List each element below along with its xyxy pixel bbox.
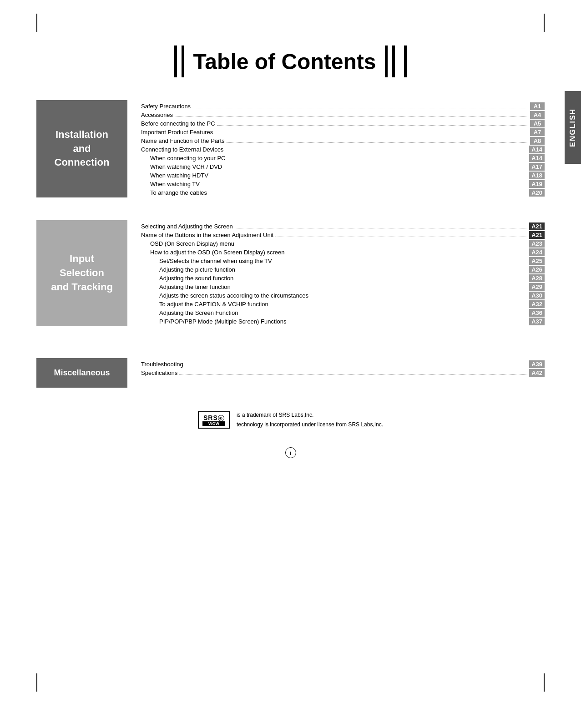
toc-row: Adjusts the screen status according to t… — [141, 292, 545, 299]
toc-text: Troubleshooting — [141, 361, 183, 368]
toc-row: OSD (On Screen Display) menu A23 — [141, 240, 545, 248]
srs-circle: ® — [218, 415, 224, 421]
toc-text: Name and Function of the Parts — [141, 137, 225, 144]
toc-page: A28 — [529, 274, 545, 282]
toc-text: Name of the Buttons in the screen Adjust… — [141, 232, 273, 238]
toc-text: Adjusts the screen status according to t… — [141, 292, 308, 299]
title-bar-left-bar1 — [174, 46, 177, 77]
toc-dots — [192, 108, 528, 108]
title-bar-right — [385, 46, 395, 77]
toc-page: A36 — [529, 309, 545, 317]
toc-text: When connecting to your PC — [141, 155, 225, 162]
corner-mark-tr-v — [544, 14, 545, 32]
section-label-miscellaneous: Miscellaneous — [36, 358, 127, 388]
toc-page: A25 — [529, 257, 545, 265]
title-bar-left — [174, 46, 184, 77]
toc-page: A1 — [530, 102, 545, 110]
toc-text: Selecting and Adjusting the Screen — [141, 223, 233, 230]
trademark-line1: is a trademark of SRS Labs,Inc. — [237, 410, 383, 420]
section-input: InputSelectionand Tracking Selecting and… — [36, 220, 545, 326]
toc-page: A21 — [529, 231, 545, 239]
toc-dots — [179, 374, 527, 375]
toc-row: Set/Selects the channel when using the T… — [141, 257, 545, 265]
corner-mark-tl-v — [36, 14, 37, 32]
toc-text: When watching HDTV — [141, 172, 208, 179]
toc-row: To arrange the cables A20 — [141, 189, 545, 197]
toc-row: When watching VCR / DVD A17 — [141, 163, 545, 171]
content-area: InstallationandConnection Safety Precaut… — [36, 100, 545, 458]
toc-page: A14 — [529, 146, 545, 153]
toc-row: When connecting to your PC A14 — [141, 154, 545, 162]
toc-dots — [175, 116, 528, 117]
toc-text: Adjusting the picture function — [141, 266, 235, 273]
toc-page: A21 — [529, 222, 545, 230]
toc-text: PIP/POP/PBP Mode (Multiple Screen) Funct… — [141, 318, 286, 325]
toc-dots — [217, 125, 528, 126]
toc-row: Important Product Features A7 — [141, 128, 545, 136]
toc-row: Safety Precautions A1 — [141, 102, 545, 110]
srs-logo: SRS® WOW — [198, 411, 230, 429]
section-installation: InstallationandConnection Safety Precaut… — [36, 100, 545, 197]
toc-page: A5 — [530, 120, 545, 127]
toc-page: A8 — [530, 137, 545, 145]
toc-text: Accessories — [141, 111, 173, 118]
corner-mark-bl-v — [36, 673, 37, 692]
toc-page: A32 — [529, 300, 545, 308]
section-items-miscellaneous: Troubleshooting A39 Specifications A42 — [141, 358, 545, 388]
page-number-section: i — [36, 447, 545, 458]
srs-logo-bottom: WOW — [202, 421, 225, 426]
toc-page: A24 — [529, 248, 545, 256]
srs-logo-top: SRS® — [203, 414, 224, 421]
trademark-line2: technology is incorporated under license… — [237, 420, 383, 429]
section-label-installation: InstallationandConnection — [36, 100, 127, 197]
page: ENGLISH Table of Contents Installationan… — [0, 0, 581, 728]
toc-row: Name of the Buttons in the screen Adjust… — [141, 231, 545, 239]
toc-text: To arrange the cables — [141, 189, 207, 196]
toc-page: A7 — [530, 128, 545, 136]
toc-text: To adjust the CAPTION & VCHIP function — [141, 301, 268, 308]
toc-row: Specifications A42 — [141, 369, 545, 377]
toc-dots — [275, 237, 527, 237]
toc-row: Adjusting the timer function A29 — [141, 283, 545, 291]
toc-row: To adjust the CAPTION & VCHIP function A… — [141, 300, 545, 308]
toc-row: Adjusting the picture function A26 — [141, 266, 545, 273]
toc-page: A42 — [529, 369, 545, 377]
toc-page: A37 — [529, 318, 545, 325]
trademark-text: is a trademark of SRS Labs,Inc. technolo… — [237, 410, 383, 429]
toc-text: When watching TV — [141, 181, 200, 187]
toc-page: A18 — [529, 172, 545, 179]
toc-row: PIP/POP/PBP Mode (Multiple Screen) Funct… — [141, 318, 545, 325]
toc-text: Before connecting to the PC — [141, 120, 215, 127]
toc-text: When watching VCR / DVD — [141, 163, 222, 170]
toc-page: A20 — [529, 189, 545, 197]
toc-row: Selecting and Adjusting the Screen A21 — [141, 222, 545, 230]
toc-text: Connecting to External Devices — [141, 146, 223, 153]
toc-text: Adjusting the Screen Function — [141, 309, 238, 316]
toc-text: Set/Selects the channel when using the T… — [141, 258, 272, 264]
toc-text: Safety Precautions — [141, 103, 191, 110]
toc-text: Important Product Features — [141, 129, 213, 136]
trademark-section: SRS® WOW is a trademark of SRS Labs,Inc.… — [36, 410, 545, 429]
toc-page: A17 — [529, 163, 545, 171]
toc-text: How to adjust the OSD (On Screen Display… — [141, 249, 285, 256]
toc-row: Name and Function of the Parts A8 — [141, 137, 545, 145]
section-items-input: Selecting and Adjusting the Screen A21 N… — [141, 220, 545, 326]
toc-dots — [227, 142, 528, 143]
toc-dots — [215, 134, 528, 134]
toc-dots — [235, 228, 528, 228]
toc-row: Before connecting to the PC A5 — [141, 120, 545, 127]
toc-text: Adjusting the timer function — [141, 283, 231, 290]
toc-row: When watching HDTV A18 — [141, 172, 545, 179]
toc-row: Adjusting the Screen Function A36 — [141, 309, 545, 317]
page-title: Table of Contents — [184, 49, 385, 74]
toc-row: Accessories A4 — [141, 111, 545, 119]
corner-mark-br-v — [544, 673, 545, 692]
toc-page: A23 — [529, 240, 545, 248]
toc-page: A30 — [529, 292, 545, 299]
toc-row: How to adjust the OSD (On Screen Display… — [141, 248, 545, 256]
toc-page: A4 — [530, 111, 545, 119]
toc-row: Adjusting the sound function A28 — [141, 274, 545, 282]
title-section: Table of Contents — [36, 46, 545, 77]
toc-row: Connecting to External Devices A14 — [141, 146, 545, 153]
toc-page: A14 — [529, 154, 545, 162]
